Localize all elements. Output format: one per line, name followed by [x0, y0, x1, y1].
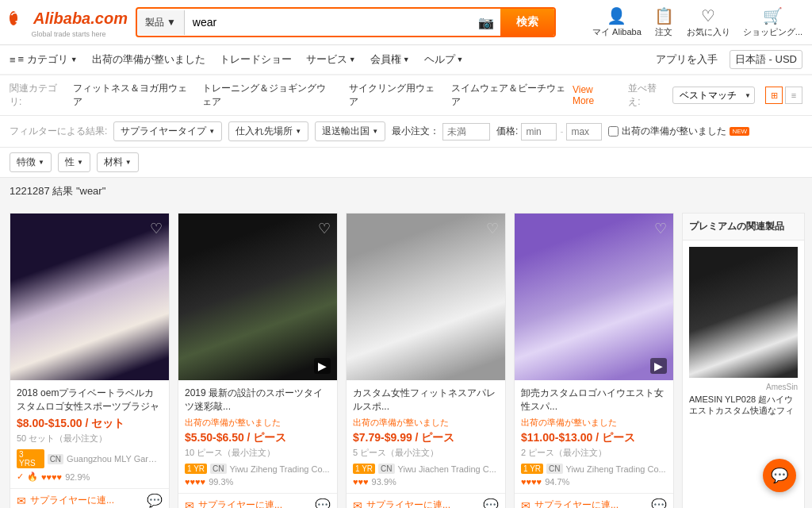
navbar-services[interactable]: サービス ▼: [306, 52, 356, 67]
navbar-membership[interactable]: 会員権 ▼: [370, 52, 410, 67]
wishlist-heart-icon[interactable]: ♡: [150, 220, 163, 237]
view-more-btn[interactable]: View More: [573, 84, 614, 106]
supplier-name[interactable]: Guangzhou MLY Garm...: [67, 454, 163, 464]
product-title: 卸売カスタムロゴハイウエスト女性スパ...: [521, 387, 667, 414]
camera-search-icon[interactable]: 📷: [472, 15, 500, 30]
contact-supplier-btn[interactable]: サプライヤーに連...: [534, 498, 619, 508]
navbar-category[interactable]: ≡ ≡ カテゴリ ▼: [10, 52, 78, 67]
sort-select[interactable]: ベストマッチ: [672, 87, 755, 104]
search-button[interactable]: 検索: [500, 9, 554, 36]
feature-filter[interactable]: 特徴 ▼: [10, 152, 52, 172]
min-order-label: 最小注文：: [392, 125, 439, 138]
messenger-button[interactable]: 💬: [763, 459, 796, 492]
min-order-text: 50 セット（最小注文）: [17, 433, 163, 444]
min-order-input[interactable]: [442, 123, 490, 140]
category-swimwear[interactable]: スイムウェア＆ビーチウェア: [451, 82, 566, 109]
navbar-right: アプリを入手 日本語 - USD: [656, 50, 802, 69]
product-info: 2018 oemプライベートラベルカスタムロゴ女性スポーツブラジャー女性アクティ…: [10, 380, 169, 488]
navbar-help[interactable]: ヘルプ ▼: [424, 52, 464, 67]
supplier-name[interactable]: Yiwu Jiachen Trading C...: [398, 464, 496, 474]
premium-product[interactable]: AmesSin AMESIN YLP028 超ハイウエストカスタム快適なフィ: [683, 241, 804, 423]
chevron-down-icon: ▼: [295, 128, 301, 135]
chat-icon[interactable]: 💬: [483, 498, 499, 508]
country-badge: CN: [210, 464, 226, 474]
supplier-name[interactable]: Yiwu Ziheng Trading Co...: [230, 464, 330, 474]
orders-icon: 📋: [654, 6, 674, 25]
chat-icon[interactable]: 💬: [651, 498, 667, 508]
grid-view-btn[interactable]: ⊞: [765, 87, 783, 104]
search-input[interactable]: [185, 10, 472, 34]
supplier-name[interactable]: Yiwu Ziheng Trading Co...: [566, 464, 666, 474]
wishlist-heart-icon[interactable]: ♡: [486, 220, 499, 237]
rating-percentage: 92.9%: [65, 472, 90, 482]
price-min-input[interactable]: [521, 123, 557, 140]
premium-brand: AmesSin: [689, 383, 798, 391]
contact-supplier-btn[interactable]: サプライヤーに連...: [30, 494, 114, 507]
stock-badge: 出荷の準備が整いました: [521, 417, 667, 429]
get-app-link[interactable]: アプリを入手: [656, 52, 718, 67]
contact-supplier-btn[interactable]: サプライヤーに連...: [366, 498, 450, 508]
sort-selector[interactable]: ベストマッチ ▼: [672, 87, 755, 104]
stock-badge: 出荷の準備が整いました: [185, 417, 331, 429]
product-info: 2019 最新の設計のスポーツタイツ迷彩敲... 出荷の準備が整いました $5.…: [178, 380, 337, 493]
list-view-btn[interactable]: ≡: [785, 87, 802, 104]
supplier-type-filter[interactable]: サプライヤータイプ ▼: [113, 121, 222, 141]
gender-filter[interactable]: 性 ▼: [58, 152, 90, 172]
supplier-row: 1 YR CN Yiwu Ziheng Trading Co...: [521, 464, 667, 474]
search-bar: 製品 ▼ 📷 検索: [136, 7, 556, 37]
category-fitness[interactable]: フィットネス＆ヨガ用ウェア: [73, 82, 188, 109]
main-content: ♡ 2018 oemプライベートラベルカスタムロゴ女性スポーツブラジャー女性アク…: [0, 205, 812, 508]
wishlist-heart-icon[interactable]: ♡: [318, 220, 331, 237]
orders-icon-group[interactable]: 📋 注文: [654, 6, 674, 38]
category-training[interactable]: トレーニング＆ジョギングウェア: [202, 82, 335, 109]
shipping-checkbox[interactable]: [608, 126, 619, 137]
export-country-filter[interactable]: 退送輸出国 ▼: [315, 121, 385, 141]
logo[interactable]: Alibaba.com Global trade starts here: [10, 6, 128, 38]
category-cycling[interactable]: サイクリング用ウェア: [349, 82, 437, 109]
product-title: 2019 最新の設計のスポーツタイツ迷彩敲...: [185, 387, 331, 414]
arrow-icon: ▼: [457, 56, 464, 64]
verified-label: ✓: [17, 471, 24, 482]
supplier-location-filter[interactable]: 仕入れ先場所 ▼: [228, 121, 308, 141]
product-price: $5.50-$6.50 / ピース: [185, 431, 331, 445]
wishlist-heart-icon[interactable]: ♡: [654, 220, 667, 237]
results-query: "wear": [76, 185, 105, 197]
search-category-selector[interactable]: 製品 ▼: [137, 10, 185, 35]
header-icons: 👤 マイ Alibaba 📋 注文 ♡ お気に入り 🛒 ショッピング...: [592, 6, 802, 38]
sort-label: 並べ替え:: [628, 82, 666, 109]
price-max-input[interactable]: [566, 123, 602, 140]
cart-icon-group[interactable]: 🛒 ショッピング...: [743, 6, 802, 38]
account-label: マイ Alibaba: [592, 26, 642, 38]
filter-bar: フィルターによる結果: サプライヤータイプ ▼ 仕入れ先場所 ▼ 退送輸出国 ▼…: [0, 116, 812, 148]
header: Alibaba.com Global trade starts here 製品 …: [0, 0, 812, 45]
alibaba-logo-icon: [10, 6, 33, 30]
navbar-tradeshow[interactable]: トレードショー: [220, 52, 292, 67]
price-label: 価格:: [496, 125, 518, 138]
min-order-filter: 最小注文：: [392, 123, 490, 140]
results-count: 1221287: [10, 185, 50, 197]
rating-row: ✓ 🔥 ♥♥♥♥ 92.9%: [17, 471, 163, 482]
new-badge: NEW: [730, 127, 749, 136]
contact-supplier-btn[interactable]: サプライヤーに連...: [198, 498, 282, 508]
country-badge: CN: [378, 464, 394, 474]
account-icon-group[interactable]: 👤 マイ Alibaba: [592, 6, 642, 38]
navbar-shipping[interactable]: 出荷の準備が整いました: [92, 52, 205, 67]
chat-icon[interactable]: 💬: [147, 493, 163, 508]
trust-icons: 🔥: [27, 471, 38, 482]
chevron-down-icon: ▼: [125, 159, 132, 166]
chevron-down-icon: ▼: [372, 128, 378, 135]
country-badge: CN: [48, 454, 63, 464]
filter-label: フィルターによる結果:: [10, 125, 107, 138]
wishlist-icon: ♡: [701, 6, 715, 25]
wishlist-icon-group[interactable]: ♡ お気に入り: [687, 6, 730, 38]
category-label: 製品: [145, 16, 164, 29]
arrow-icon: ▼: [71, 56, 78, 64]
category-bar: 関連カテゴリ: フィットネス＆ヨガ用ウェア トレーニング＆ジョギングウェア サイ…: [0, 75, 812, 116]
language-selector[interactable]: 日本語 - USD: [730, 50, 802, 69]
rating-percentage: 99.3%: [209, 477, 233, 487]
supplier-row: 1 YR CN Yiwu Jiachen Trading C...: [353, 464, 499, 474]
chat-icon[interactable]: 💬: [315, 498, 331, 508]
material-filter[interactable]: 材料 ▼: [97, 152, 139, 172]
shipping-ready-filter[interactable]: 出荷の準備が整いました NEW: [608, 125, 749, 138]
product-card: ♡ 2018 oemプライベートラベルカスタムロゴ女性スポーツブラジャー女性アク…: [10, 213, 170, 508]
